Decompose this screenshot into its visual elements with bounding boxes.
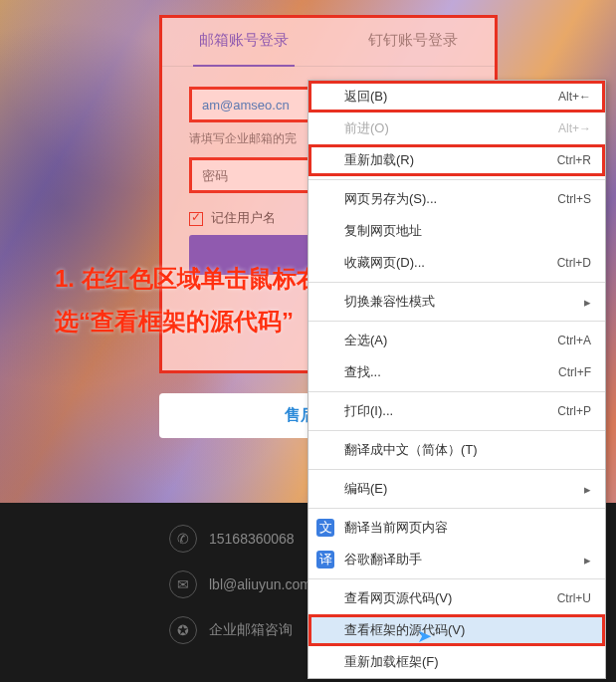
- footer-email: lbl@aliuyun.com: [209, 576, 311, 592]
- menu-select-all[interactable]: 全选(A)Ctrl+A: [308, 325, 605, 356]
- menu-collect[interactable]: 收藏网页(D)...Ctrl+D: [308, 247, 605, 279]
- menu-view-frame-source[interactable]: 查看框架的源代码(V): [308, 614, 605, 646]
- remember-label: 记住用户名: [211, 210, 276, 225]
- menu-view-source[interactable]: 查看网页源代码(V)Ctrl+U: [308, 582, 605, 614]
- menu-reload[interactable]: 重新加载(R)Ctrl+R: [308, 144, 605, 176]
- context-menu: 返回(B)Alt+← 前进(O)Alt+→ 重新加载(R)Ctrl+R 网页另存…: [308, 80, 606, 679]
- mail-icon: ✉: [169, 570, 197, 598]
- menu-google-translate[interactable]: 译谷歌翻译助手: [308, 544, 605, 575]
- menu-translate-page[interactable]: 文翻译当前网页内容: [308, 512, 605, 544]
- menu-copy-url[interactable]: 复制网页地址: [308, 215, 605, 247]
- translate-icon: 文: [316, 519, 334, 537]
- menu-encoding[interactable]: 编码(E): [308, 473, 605, 505]
- menu-reload-frame[interactable]: 重新加载框架(F): [308, 646, 605, 678]
- remember-checkbox[interactable]: [189, 212, 203, 226]
- cursor-icon: ➤: [417, 625, 432, 647]
- phone-icon: ✆: [169, 525, 197, 553]
- menu-find[interactable]: 查找...Ctrl+F: [308, 356, 605, 388]
- menu-back[interactable]: 返回(B)Alt+←: [308, 81, 605, 113]
- g-translate-icon: 译: [316, 551, 334, 568]
- menu-print[interactable]: 打印(I)...Ctrl+P: [308, 395, 605, 427]
- footer-phone: 15168360068: [209, 531, 295, 547]
- tab-email-login[interactable]: 邮箱账号登录: [159, 15, 328, 66]
- footer-contact: ✆ 15168360068 ✉ lbl@aliuyun.com ✪ 企业邮箱咨询: [169, 507, 311, 662]
- footer-consult: 企业邮箱咨询: [209, 621, 293, 639]
- menu-translate-zh[interactable]: 翻译成中文（简体）(T): [308, 434, 605, 466]
- menu-save-as[interactable]: 网页另存为(S)...Ctrl+S: [308, 183, 605, 215]
- menu-forward: 前进(O)Alt+→: [308, 113, 605, 144]
- wechat-icon: ✪: [169, 616, 197, 644]
- tab-dingding-login[interactable]: 钉钉账号登录: [328, 15, 498, 66]
- menu-compat[interactable]: 切换兼容性模式: [308, 286, 605, 318]
